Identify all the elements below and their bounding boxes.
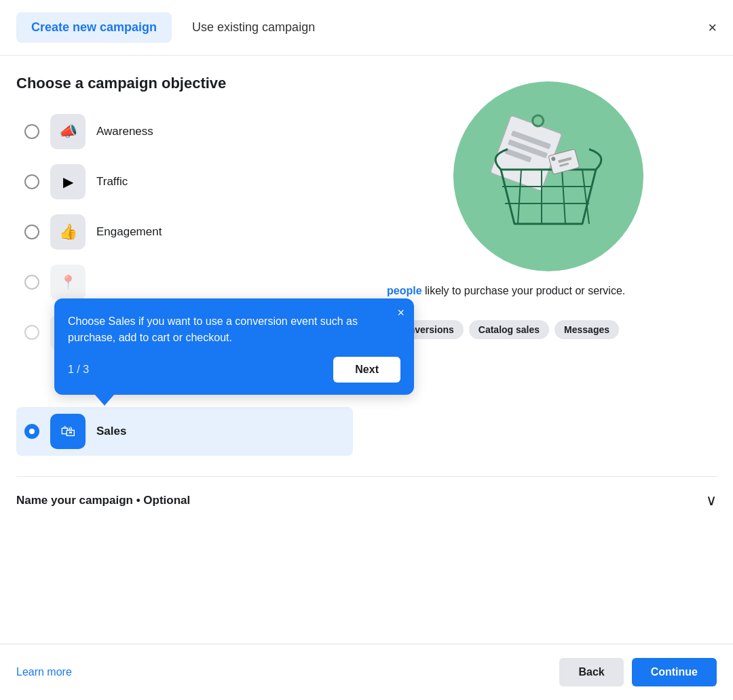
- objective-engagement[interactable]: 👍 Engagement: [16, 208, 353, 256]
- header-tabs: Create new campaign Use existing campaig…: [0, 0, 733, 56]
- sales-label: Sales: [96, 425, 126, 438]
- engagement-icon: 👍: [59, 223, 77, 241]
- tooltip-text: Choose Sales if you want to use a conver…: [68, 313, 400, 346]
- continue-button[interactable]: Continue: [632, 658, 717, 686]
- footer-buttons: Back Continue: [559, 658, 717, 686]
- tag-list: Conversions Catalog sales Messages: [387, 320, 717, 339]
- awareness-label: Awareness: [96, 125, 153, 138]
- right-panel: people likely to purchase your product o…: [353, 75, 717, 456]
- radio-sales[interactable]: [24, 424, 39, 439]
- left-panel: Choose a campaign objective 📣 Awareness …: [16, 75, 353, 456]
- blue-people-text: people: [387, 285, 422, 296]
- tooltip-footer: 1 / 3 Next: [68, 357, 400, 383]
- close-button[interactable]: ×: [708, 19, 717, 37]
- radio-obj5[interactable]: [24, 325, 39, 340]
- traffic-icon: ▶: [63, 174, 73, 190]
- traffic-icon-box: ▶: [50, 164, 86, 199]
- footer: Learn more Back Continue: [0, 644, 733, 700]
- traffic-label: Traffic: [96, 175, 128, 189]
- back-button[interactable]: Back: [559, 658, 623, 686]
- basket-illustration: [453, 81, 643, 271]
- name-campaign-section[interactable]: Name your campaign • Optional ∨: [16, 476, 717, 524]
- right-info: people likely to purchase your product o…: [380, 285, 717, 339]
- tab-use-existing-campaign[interactable]: Use existing campaign: [177, 12, 330, 43]
- obj4-icon: 📍: [60, 274, 77, 290]
- chevron-down-icon: ∨: [706, 492, 717, 509]
- radio-engagement[interactable]: [24, 225, 39, 239]
- awareness-icon-box: 📣: [50, 114, 86, 149]
- right-description: people likely to purchase your product o…: [387, 285, 717, 297]
- tooltip-popup: × Choose Sales if you want to use a conv…: [54, 298, 414, 395]
- learn-more-link[interactable]: Learn more: [16, 666, 72, 678]
- radio-awareness[interactable]: [24, 124, 39, 139]
- objective-awareness[interactable]: 📣 Awareness: [16, 107, 353, 156]
- tab-create-new-campaign[interactable]: Create new campaign: [16, 12, 172, 43]
- basket-svg: [474, 102, 623, 251]
- sales-icon: 🛍: [60, 423, 75, 440]
- svg-line-5: [536, 125, 537, 126]
- radio-obj4[interactable]: [24, 275, 39, 290]
- tooltip-close-button[interactable]: ×: [397, 307, 405, 319]
- good-for-label: for:: [387, 301, 717, 313]
- obj4-icon-box: 📍: [50, 265, 86, 300]
- tag-catalog-sales: Catalog sales: [469, 320, 549, 339]
- radio-traffic[interactable]: [24, 174, 39, 189]
- engagement-icon-box: 👍: [50, 214, 86, 250]
- awareness-icon: 📣: [59, 123, 77, 140]
- name-section-label: Name your campaign • Optional: [16, 494, 190, 507]
- engagement-label: Engagement: [96, 225, 162, 239]
- description-suffix: likely to purchase your product or servi…: [425, 285, 625, 296]
- tooltip-next-button[interactable]: Next: [333, 357, 400, 383]
- section-title: Choose a campaign objective: [16, 75, 353, 92]
- objective-sales[interactable]: 🛍 Sales: [16, 407, 353, 456]
- sales-icon-box: 🛍: [50, 414, 86, 449]
- tooltip-counter: 1 / 3: [68, 364, 89, 376]
- objective-traffic[interactable]: ▶ Traffic: [16, 157, 353, 206]
- tag-messages: Messages: [555, 320, 619, 339]
- objective-list: 📣 Awareness ▶ Traffic 👍 Engagement: [16, 107, 353, 456]
- svg-line-8: [562, 170, 565, 224]
